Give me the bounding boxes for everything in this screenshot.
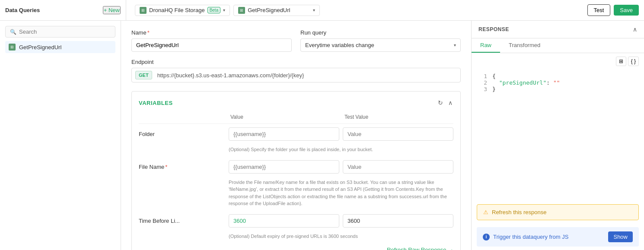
- top-bar-center: ⊞ DronaHQ File Storage Beta ▾ ⊞ GetPreSi…: [130, 5, 584, 16]
- warning-icon: ⚠: [483, 209, 488, 215]
- table-row: Time Before Li... (Optional) Default exp…: [139, 214, 453, 240]
- info-icon: i: [483, 234, 490, 241]
- filename-required: *: [165, 164, 167, 170]
- save-button[interactable]: Save: [614, 5, 639, 16]
- code-line-1: 1 {: [478, 73, 637, 79]
- folder-value-input[interactable]: [229, 127, 339, 141]
- datasource-icon: ⊞: [140, 7, 147, 14]
- datasource-chevron-icon: ▾: [223, 8, 225, 13]
- variables-section: VARIABLES ↻ ∧ Value Test Value Folder (O…: [131, 91, 461, 250]
- response-panel: RESPONSE ∧ Raw Transformed ⊞ { } 1 { 2 "…: [471, 21, 644, 250]
- endpoint-url-input[interactable]: [156, 69, 460, 82]
- variables-header: VARIABLES ↻ ∧: [139, 98, 453, 107]
- time-test-input[interactable]: [343, 214, 453, 228]
- refresh-variables-button[interactable]: ↻: [437, 98, 444, 107]
- page-title: Data Queries: [5, 7, 40, 13]
- datasource-selector[interactable]: ⊞ DronaHQ File Storage Beta ▾: [135, 5, 230, 16]
- filename-label: File Name *: [139, 160, 225, 170]
- top-bar-right: Test Save: [587, 4, 639, 16]
- table-row: Folder (Optional) Specify the folder you…: [139, 127, 453, 153]
- trigger-text: i Trigger this dataquery from JS: [483, 234, 568, 241]
- filename-test-input[interactable]: [343, 160, 453, 174]
- collapse-variables-button[interactable]: ∧: [447, 98, 453, 107]
- line-number: 2: [478, 79, 487, 86]
- code-line-3: 3 }: [478, 86, 637, 92]
- folder-label: Folder: [139, 127, 225, 137]
- refresh-raw-link[interactable]: Refresh Raw Response →: [139, 247, 453, 250]
- col-value-header: Value: [229, 114, 339, 120]
- time-value-input[interactable]: [229, 214, 339, 228]
- collapse-response-icon[interactable]: ∧: [633, 26, 637, 33]
- show-button[interactable]: Show: [608, 231, 633, 242]
- endpoint-input-wrapper: GET: [131, 68, 461, 82]
- response-tabs: Raw Transformed: [472, 38, 644, 53]
- datasource-name: DronaHQ File Storage: [149, 7, 205, 13]
- col-test-value-header: Test Value: [343, 114, 453, 120]
- col-name-spacer: [139, 114, 225, 120]
- name-group: Name *: [131, 29, 292, 52]
- new-button[interactable]: + New: [103, 6, 121, 14]
- code-line-2: 2 "preSignedUrl": "": [478, 79, 637, 86]
- run-query-select[interactable]: Everytime variables change ▾: [300, 38, 461, 52]
- search-bar[interactable]: 🔍: [5, 26, 115, 38]
- json-view-button[interactable]: { }: [628, 57, 639, 66]
- code-view: 1 { 2 "preSignedUrl": "" 3 }: [472, 70, 644, 201]
- line-content: {: [492, 73, 496, 79]
- line-number: 3: [478, 86, 487, 92]
- query-selector-name: GetPreSignedUrl: [248, 7, 290, 13]
- run-query-label: Run query: [300, 29, 461, 36]
- query-chevron-icon: ▾: [313, 8, 315, 13]
- folder-test-input[interactable]: [343, 127, 453, 141]
- tab-raw[interactable]: Raw: [472, 38, 500, 53]
- refresh-response-text: Refresh this response: [492, 209, 546, 215]
- endpoint-group: Endpoint GET: [131, 59, 461, 82]
- variables-actions: ↻ ∧: [437, 98, 453, 107]
- name-label: Name *: [131, 29, 292, 36]
- top-bar: Data Queries + New ⊞ DronaHQ File Storag…: [0, 0, 644, 21]
- get-badge: GET: [135, 71, 152, 79]
- filename-value-input[interactable]: [229, 160, 339, 174]
- run-query-value: Everytime variables change: [305, 42, 374, 48]
- list-item[interactable]: ⊞ GetPreSignedUrl: [5, 41, 115, 53]
- variables-columns-header: Value Test Value: [139, 114, 453, 124]
- trigger-bar: i Trigger this dataquery from JS Show: [477, 227, 639, 247]
- trigger-label: Trigger this dataquery from JS: [493, 234, 568, 240]
- name-input[interactable]: [131, 38, 292, 52]
- name-runquery-row: Name * Run query Everytime variables cha…: [131, 29, 461, 52]
- run-query-chevron-icon: ▾: [454, 43, 456, 47]
- time-label: Time Before Li...: [139, 214, 225, 224]
- query-item-label: GetPreSignedUrl: [19, 44, 61, 51]
- table-view-button[interactable]: ⊞: [616, 57, 626, 66]
- top-bar-left: Data Queries + New: [5, 0, 126, 20]
- query-selector[interactable]: ⊞ GetPreSignedUrl ▾: [233, 5, 320, 16]
- line-number: 1: [478, 73, 487, 79]
- response-title: RESPONSE: [478, 26, 509, 32]
- search-input[interactable]: [19, 28, 111, 35]
- run-query-group: Run query Everytime variables change ▾: [300, 29, 461, 52]
- response-header: RESPONSE ∧: [472, 21, 644, 38]
- tab-transformed[interactable]: Transformed: [500, 38, 549, 53]
- main-layout: 🔍 ⊞ GetPreSignedUrl Name * Run query Eve…: [0, 21, 644, 250]
- beta-badge: Beta: [207, 7, 221, 13]
- table-row: File Name * Provide the File name/Key na…: [139, 160, 453, 207]
- query-selector-icon: ⊞: [238, 7, 245, 14]
- filename-hint: Provide the File name/Key name for a fil…: [229, 179, 453, 207]
- variables-title: VARIABLES: [139, 100, 173, 106]
- line-content: }: [492, 86, 496, 92]
- time-hint: (Optional) Default expiry of pre-signed …: [229, 233, 453, 240]
- test-button[interactable]: Test: [587, 4, 611, 16]
- folder-hint: (Optional) Specify the folder your file …: [229, 146, 453, 153]
- query-item-icon: ⊞: [9, 44, 16, 51]
- response-toolbar: ⊞ { }: [472, 53, 644, 70]
- search-icon: 🔍: [10, 29, 16, 35]
- line-content: "preSignedUrl": "": [492, 79, 560, 86]
- refresh-response-banner[interactable]: ⚠ Refresh this response: [477, 204, 639, 220]
- name-required: *: [147, 29, 150, 36]
- content-area: Name * Run query Everytime variables cha…: [121, 21, 471, 250]
- endpoint-label: Endpoint: [131, 59, 461, 65]
- sidebar: 🔍 ⊞ GetPreSignedUrl: [0, 21, 121, 250]
